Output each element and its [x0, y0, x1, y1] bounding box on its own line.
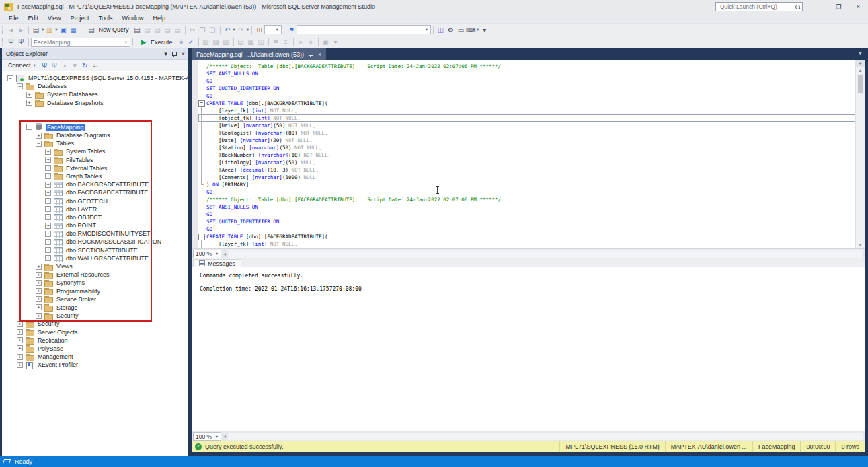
results-to-file-icon[interactable]: ◫ [256, 37, 266, 47]
expander-icon[interactable]: + [36, 133, 42, 139]
parse-icon[interactable]: ✓ [186, 37, 196, 47]
activity-monitor-icon[interactable]: ≈ [90, 61, 100, 71]
menu-help[interactable]: Help [148, 15, 170, 22]
include-live-stats-icon[interactable]: ▨ [211, 37, 221, 47]
cut-icon[interactable]: ✂ [188, 25, 198, 35]
scroll-down-icon[interactable]: ▼ [858, 242, 863, 248]
expander-icon[interactable]: − [26, 124, 32, 130]
selection-grid-icon[interactable]: ⊞ [254, 25, 264, 35]
close-panel-icon[interactable]: × [182, 50, 185, 57]
auto-hide-pin-icon[interactable] [171, 51, 177, 57]
close-button[interactable]: × [849, 0, 868, 13]
execute-button[interactable]: ▶Execute [135, 37, 176, 47]
undo-icon[interactable]: ↶ [223, 25, 233, 35]
expander-icon[interactable]: + [17, 354, 23, 360]
tree-item-synonyms[interactable]: +Synonyms [2, 279, 188, 287]
redo-icon-dropdown[interactable]: ▾ [247, 27, 249, 32]
results-to-text-icon[interactable]: ▤ [236, 37, 246, 47]
collapse-region-icon[interactable] [198, 100, 206, 107]
toolbox-icon[interactable]: ▭ [456, 25, 466, 35]
expander-icon[interactable]: − [36, 141, 42, 147]
expander-icon[interactable]: − [7, 75, 13, 81]
expander-icon[interactable]: + [45, 165, 51, 171]
expander-icon[interactable]: + [45, 214, 51, 220]
menu-view[interactable]: View [43, 15, 65, 22]
new-query-button[interactable]: ▤New Query [83, 25, 132, 35]
window-position-icon[interactable]: ▾ [164, 50, 167, 57]
toolbar-overflow-icon[interactable]: ▾ [479, 25, 489, 35]
quick-launch-input[interactable] [719, 3, 795, 11]
pin-icon[interactable] [308, 51, 314, 57]
save-icon[interactable]: ▣ [58, 25, 69, 35]
split-window-handle[interactable]: ÷ [856, 60, 865, 67]
stop-icon[interactable]: ▪ [60, 61, 70, 71]
tab-messages[interactable]: Messages [193, 259, 241, 267]
solution-explorer-icon[interactable]: ◫ [436, 25, 446, 35]
expander-icon[interactable]: + [36, 304, 42, 310]
tree-item-dbo-layer[interactable]: +dbo.LAYER [2, 205, 188, 213]
new-project-icon-dropdown[interactable]: ▾ [42, 27, 44, 32]
code-area[interactable]: /****** Object: Table [dbo].[BACKGRADEAT… [198, 63, 855, 248]
cancel-query-icon[interactable]: ■ [176, 37, 186, 47]
xmla-query-icon[interactable]: ▤ [163, 25, 173, 35]
messages-horizontal-scrollbar[interactable] [228, 433, 863, 440]
tree-item-xevent-profiler[interactable]: +XEvent Profiler [2, 361, 188, 369]
object-explorer-tree[interactable]: −MPL71\SQLEXPRESS (SQL Server 15.0.4153 … [2, 71, 188, 456]
scroll-left-icon[interactable]: ◂ [223, 251, 226, 257]
minimize-button[interactable]: — [810, 0, 829, 13]
tree-item-dbo-object[interactable]: +dbo.OBJECT [2, 213, 188, 221]
include-actual-plan-icon[interactable]: ▧ [201, 37, 211, 47]
tree-item-views[interactable]: +Views [2, 262, 188, 271]
tree-item-server-objects[interactable]: +Server Objects [2, 328, 188, 336]
menu-file[interactable]: File [4, 15, 24, 22]
find-combo[interactable]: ▾ [297, 25, 431, 34]
toolbar-overflow-icon[interactable]: ▾ [331, 37, 341, 47]
expander-icon[interactable]: + [45, 247, 51, 253]
dmx-query-icon[interactable]: ▤ [153, 25, 163, 35]
expander-icon[interactable]: + [45, 182, 51, 188]
expander-icon[interactable]: + [17, 345, 23, 351]
refresh-icon[interactable]: ↻ [80, 61, 90, 71]
tree-item-tables[interactable]: −Tables [2, 139, 188, 147]
expander-icon[interactable]: + [26, 92, 32, 98]
expander-icon[interactable]: + [45, 173, 51, 179]
navigate-flag-icon[interactable]: ⚑ [286, 25, 297, 35]
menu-tools[interactable]: Tools [93, 15, 117, 22]
expander-icon[interactable]: + [17, 337, 23, 343]
tree-item-management[interactable]: +Management [2, 353, 188, 361]
expander-icon[interactable]: + [17, 321, 23, 327]
scroll-left-icon[interactable]: ◂ [223, 433, 226, 439]
tree-item-dbo-point[interactable]: +dbo.POINT [2, 221, 188, 229]
object-explorer-header[interactable]: Object Explorer ▾× [2, 48, 188, 60]
expander-icon[interactable]: + [36, 288, 42, 294]
expander-icon[interactable]: + [36, 313, 42, 319]
redo-icon[interactable]: ↷ [236, 25, 246, 35]
tree-item-external-resources[interactable]: +External Resources [2, 271, 188, 279]
editor-zoom-select[interactable]: 100 % ▾ [193, 250, 221, 258]
document-tab[interactable]: FaceMapping.sql -...U\daniel.owen (53)) … [192, 48, 326, 60]
database-combo[interactable]: FaceMapping▾ [31, 38, 130, 47]
menu-window[interactable]: Window [117, 15, 148, 22]
expander-icon[interactable]: + [26, 100, 32, 106]
expander-icon[interactable]: + [45, 239, 51, 245]
expander-icon[interactable]: + [36, 280, 42, 286]
tree-item-database-snapshots[interactable]: +Database Snapshots [2, 99, 188, 107]
tree-item-dbo-wallgradeattribute[interactable]: +dbo.WALLGRADEATTRIBUTE [2, 254, 188, 262]
tree-item-dbo-rmcdiscontinuityset[interactable]: +dbo.RMCDISCONTINUITYSET [2, 229, 188, 238]
expander-icon[interactable]: + [36, 296, 42, 302]
editor-horizontal-scrollbar[interactable] [228, 250, 863, 258]
tree-item-filetables[interactable]: +FileTables [2, 156, 188, 164]
nav-forward-icon[interactable]: ► [16, 25, 26, 35]
xml-query-icon[interactable]: ▤ [173, 25, 183, 35]
command-window-icon[interactable]: ⌨ [466, 25, 476, 35]
properties-wrench-icon[interactable]: ⚙ [446, 25, 456, 35]
mdx-query-icon[interactable]: ▤ [143, 25, 153, 35]
expander-icon[interactable]: + [45, 255, 51, 261]
expander-icon[interactable]: + [36, 272, 42, 278]
debug-icon[interactable]: ▣ [321, 37, 331, 47]
copy-icon[interactable]: ❐ [198, 25, 208, 35]
tree-item-databases[interactable]: −Databases [2, 82, 188, 90]
nav-backward-icon[interactable]: ◄ [6, 25, 16, 35]
tree-item-dbo-backgradeattribute[interactable]: +dbo.BACKGRADEATTRIBUTE [2, 180, 188, 188]
tree-item-dbo-facegradeattribute[interactable]: +dbo.FACEGRADEATTRIBUTE [2, 188, 188, 196]
